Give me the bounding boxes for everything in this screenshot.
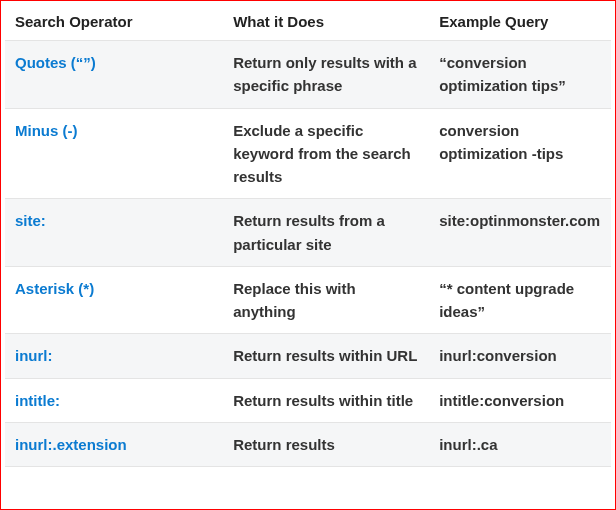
cell-example: inurl:.ca <box>429 422 611 466</box>
cell-does: Replace this with anything <box>223 266 429 334</box>
header-example: Example Query <box>429 5 611 41</box>
cell-example: site:optinmonster.com <box>429 199 611 267</box>
search-operators-table: Search Operator What it Does Example Que… <box>5 5 611 467</box>
cell-does: Exclude a specific keyword from the sear… <box>223 108 429 199</box>
table-row: inurl:.extension Return results inurl:.c… <box>5 422 611 466</box>
operator-link[interactable]: intitle: <box>15 392 60 409</box>
cell-does: Return results from a particular site <box>223 199 429 267</box>
operator-link[interactable]: inurl:.extension <box>15 436 127 453</box>
cell-does: Return results <box>223 422 429 466</box>
operator-link[interactable]: inurl: <box>15 347 53 364</box>
table-row: intitle: Return results within title int… <box>5 378 611 422</box>
table-row: site: Return results from a particular s… <box>5 199 611 267</box>
cell-example: inurl:conversion <box>429 334 611 378</box>
operator-link[interactable]: site: <box>15 212 46 229</box>
cell-does: Return only results with a specific phra… <box>223 41 429 109</box>
table-row: Quotes (“”) Return only results with a s… <box>5 41 611 109</box>
cell-example: intitle:conversion <box>429 378 611 422</box>
table-row: inurl: Return results within URL inurl:c… <box>5 334 611 378</box>
header-does: What it Does <box>223 5 429 41</box>
cell-example: conversion optimization -tips <box>429 108 611 199</box>
operator-link[interactable]: Asterisk (*) <box>15 280 94 297</box>
operator-link[interactable]: Quotes (“”) <box>15 54 96 71</box>
cell-example: “conversion optimization tips” <box>429 41 611 109</box>
cell-example: “* content upgrade ideas” <box>429 266 611 334</box>
table-row: Asterisk (*) Replace this with anything … <box>5 266 611 334</box>
table-row: Minus (-) Exclude a specific keyword fro… <box>5 108 611 199</box>
cell-does: Return results within URL <box>223 334 429 378</box>
table-header-row: Search Operator What it Does Example Que… <box>5 5 611 41</box>
operator-link[interactable]: Minus (-) <box>15 122 77 139</box>
header-operator: Search Operator <box>5 5 223 41</box>
table-frame: Search Operator What it Does Example Que… <box>0 0 616 510</box>
cell-does: Return results within title <box>223 378 429 422</box>
